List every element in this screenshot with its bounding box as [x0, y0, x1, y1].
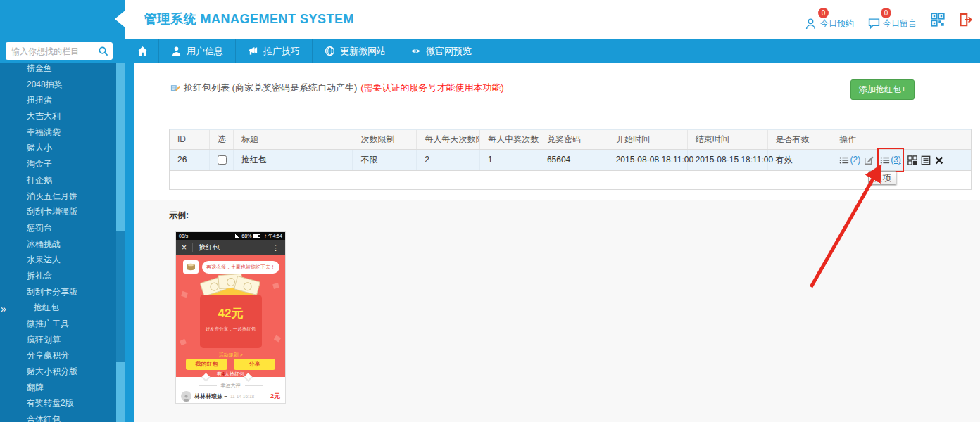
sidebar-item[interactable]: 幸福满袋 — [0, 124, 116, 141]
phone-example-image: 08/s 68% 下午4:54 × 抢红包 ⋮ 再这么领，土豪也被你吃下去！ — [176, 232, 285, 403]
phone-time: 下午4:54 — [263, 233, 282, 240]
nav-tab-microsite-preview[interactable]: 微官网预览 — [398, 39, 484, 63]
sidebar-item[interactable]: 捞金鱼 — [0, 63, 116, 77]
today-appointments-widget[interactable]: 0 今日预约 — [805, 9, 854, 30]
coin-stack-icon — [186, 263, 196, 271]
form-icon[interactable] — [921, 155, 931, 165]
sidebar-item[interactable]: 扭扭蛋 — [0, 92, 116, 108]
sidebar-item[interactable]: 赌大小 — [0, 140, 116, 156]
sidebar-item[interactable]: 冰桶挑战 — [0, 236, 116, 252]
nav-tab-home[interactable] — [127, 39, 159, 63]
confetti — [180, 339, 187, 346]
search-input[interactable] — [6, 42, 113, 60]
content: 抢红包列表 (商家兑奖密码是系统自动产生) (需要认证的服务号才能使用本功能) … — [134, 63, 980, 422]
cell-select — [210, 150, 234, 170]
delete-x-icon[interactable] — [934, 155, 944, 165]
list-icon — [880, 155, 890, 165]
sidebar-item[interactable]: 惩罚台 — [0, 220, 116, 236]
column-header: 次数限制 — [353, 130, 417, 149]
red-packet-graphic: 42元 好友齐分享，一起抢红包 — [200, 276, 262, 348]
eye-icon — [410, 46, 421, 56]
app-title: 管理系统 MANAGEMENT SYSTEM — [144, 0, 354, 39]
logout-icon[interactable] — [959, 13, 973, 27]
column-header: 开始时间 — [608, 130, 688, 149]
messages-label: 今日留言 — [883, 18, 917, 30]
header-toolbar: 0 今日预约 0 今日留言 — [805, 0, 973, 39]
phone-bubble-text: 再这么领，土豪也被你吃下去！ — [202, 261, 279, 274]
money-icon — [183, 260, 199, 274]
my-packets-button: 我的红包 — [186, 359, 227, 370]
chat-icon — [868, 18, 880, 30]
sidebar-item[interactable]: 微推广工具 — [0, 316, 116, 332]
sidebar-item[interactable]: 消灭五仁月饼 — [0, 188, 116, 205]
nav-tab-promotion-tips[interactable]: 推广技巧 — [236, 39, 313, 63]
sidebar-item[interactable]: 分享赢积分 — [0, 347, 116, 364]
avatar-person-icon — [182, 394, 190, 402]
sidebar-item[interactable]: 打企鹅 — [0, 172, 116, 188]
table-row: 26 抢红包 不限 2 1 65604 2015-08-08 18:11:00 … — [170, 150, 971, 171]
sidebar-item[interactable]: 大吉大利 — [0, 108, 116, 124]
sidebar-item[interactable]: 翻牌 — [0, 380, 116, 396]
column-header: 结束时间 — [688, 130, 768, 149]
row-select-checkbox[interactable] — [218, 155, 227, 165]
prizes-button-highlighted[interactable]: (3) — [877, 148, 904, 172]
scrollbar-thumb[interactable] — [116, 231, 125, 362]
nav-tab-label: 更新微网站 — [340, 45, 386, 58]
example-label: 示例: — [169, 210, 189, 222]
active-item-marker[interactable]: » — [1, 303, 6, 314]
qr-code-icon[interactable] — [931, 13, 945, 27]
prizes-count-link[interactable]: (3) — [891, 150, 901, 170]
column-header: 每人每天次数限制 — [417, 130, 480, 149]
edit-icon[interactable] — [864, 155, 874, 165]
sidebar-item[interactable]: 疯狂划算 — [0, 332, 116, 348]
sidebar-item[interactable]: 有奖转盘2版 — [0, 395, 116, 411]
sidebar-item[interactable]: 赌大小积分版 — [0, 364, 116, 380]
page-title-row: 抢红包列表 (商家兑奖密码是系统自动产生) (需要认证的服务号才能使用本功能) — [170, 82, 504, 94]
sidebar-item[interactable]: 拆礼盒 — [0, 268, 116, 284]
globe-icon — [325, 46, 335, 56]
prizes-tooltip: 奖项 — [868, 171, 896, 185]
sidebar-item[interactable]: 淘金子 — [0, 156, 116, 172]
records-list-button[interactable]: (2) — [839, 150, 860, 170]
phone-body: 再这么领，土豪也被你吃下去！ 42元 好友齐分享，一起抢红包 活动规则 > 我的… — [176, 255, 285, 377]
menu-dots-icon: ⋮ — [272, 243, 279, 252]
appointments-badge: 0 — [818, 8, 829, 18]
phone-bubble-row: 再这么领，土豪也被你吃下去！ — [183, 260, 279, 274]
sidebar-item[interactable]: 刮刮卡分享版 — [0, 284, 116, 300]
packet-hint: 好友齐分享，一起抢红包 — [200, 326, 262, 333]
nav-tab-user-info[interactable]: 用户信息 — [159, 39, 236, 63]
sidebar-item[interactable]: 水果达人 — [0, 252, 116, 268]
top-header: 管理系统 MANAGEMENT SYSTEM 0 今日预约 0 今日留言 — [0, 0, 980, 39]
page-title: 抢红包列表 (商家兑奖密码是系统自动产生) — [184, 82, 357, 94]
signal-icon — [235, 234, 239, 238]
confetti — [181, 291, 188, 298]
sidebar: 捞金鱼2048抽奖扭扭蛋大吉大利幸福满袋赌大小淘金子打企鹅消灭五仁月饼刮刮卡增强… — [0, 63, 116, 422]
phone-buttons-row: 我的红包 分享 — [186, 359, 275, 370]
sidebar-scrollbar[interactable] — [116, 63, 125, 422]
sidebar-divider-band — [125, 63, 134, 422]
sidebar-item[interactable]: 抢红包 — [0, 300, 116, 316]
winner-amount: 2元 — [270, 392, 280, 401]
cell-valid-status: 有效 — [768, 150, 832, 170]
nav-tab-label: 微官网预览 — [426, 45, 472, 58]
winner-time: 11-14 16:18 — [230, 394, 254, 399]
today-messages-widget[interactable]: 0 今日留言 — [868, 9, 917, 30]
sidebar-menu: 捞金鱼2048抽奖扭扭蛋大吉大利幸福满袋赌大小淘金子打企鹅消灭五仁月饼刮刮卡增强… — [0, 63, 116, 422]
records-count-link[interactable]: (2) — [850, 150, 860, 170]
phone-carrier: 08/s — [179, 234, 188, 238]
sidebar-item[interactable]: 合体红包 — [0, 411, 116, 422]
column-header: 标题 — [234, 130, 353, 149]
packet-amount: 42元 — [200, 305, 262, 321]
sidebar-item[interactable]: 2048抽奖 — [0, 77, 116, 93]
sidebar-header-block — [0, 0, 125, 39]
confetti — [272, 283, 279, 289]
column-header: 兑奖密码 — [539, 130, 608, 149]
add-red-packet-button[interactable]: 添加抢红包+ — [850, 79, 915, 100]
search-icon[interactable] — [98, 46, 108, 56]
lucky-section: 幸运大神 林林林琅妹 ~ 11-14 16:18 2元 — [176, 377, 285, 403]
sidebar-item[interactable]: 刮刮卡增强版 — [0, 204, 116, 220]
column-header: 每人中奖次数 — [480, 130, 539, 149]
qr-code-small-icon[interactable] — [907, 155, 917, 165]
nav-tab-update-microsite[interactable]: 更新微网站 — [313, 39, 398, 63]
nav-tab-label: 用户信息 — [187, 45, 223, 58]
